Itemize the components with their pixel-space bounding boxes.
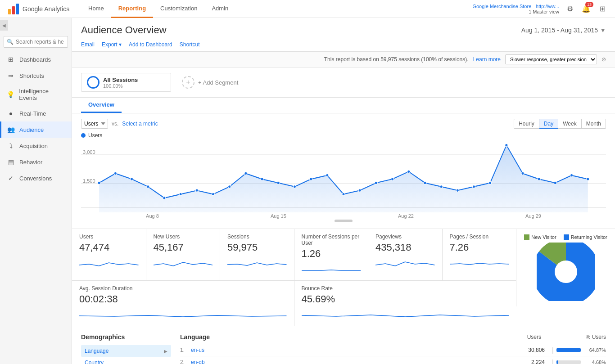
demo-language-link[interactable]: Language — [85, 348, 109, 354]
svg-point-20 — [277, 181, 280, 184]
chart-controls: Users vs. Select a metric Hourly Day Wee… — [81, 119, 606, 129]
notifications-icon[interactable]: 🔔 13 — [581, 4, 592, 14]
lang-row: 1. en-us 30,806 | 64.87% — [180, 344, 606, 356]
lang-row-name: en-us — [191, 347, 516, 353]
svg-point-24 — [342, 193, 345, 195]
sidebar: ◀ 🔍 ⊞ Dashboards ⇒ Shortcuts 💡 Intellige… — [0, 18, 72, 364]
svg-rect-0 — [8, 9, 11, 14]
lang-bar-separator: | — [552, 346, 554, 354]
new-visitor-color — [524, 234, 529, 240]
segment-info: All Sessions 100.00% — [103, 76, 138, 89]
language-title: Language — [180, 333, 210, 341]
dashboards-icon: ⊞ — [7, 55, 15, 63]
svg-point-22 — [310, 178, 312, 180]
metric-value: 45,167 — [154, 242, 213, 253]
apps-icon[interactable]: ⊞ — [597, 4, 608, 14]
svg-point-39 — [587, 178, 589, 180]
logo-text: Google Analytics — [23, 5, 69, 13]
chart-container: 3,000 1,500 — [81, 140, 606, 212]
learn-more-link[interactable]: Learn more — [473, 56, 501, 63]
svg-point-30 — [440, 185, 443, 188]
metric-sessions-per-user: Number of Sessions per User 1.26 — [294, 229, 369, 280]
sidebar-item-intelligence[interactable]: 💡 Intelligence Events — [0, 84, 72, 105]
svg-point-29 — [424, 181, 426, 184]
shortcut-button[interactable]: Shortcut — [180, 41, 200, 48]
date-range-picker[interactable]: Aug 1, 2015 - Aug 31, 2015 ▼ — [521, 27, 606, 34]
time-day-btn[interactable]: Day — [539, 119, 558, 129]
lang-pct-header: % Users — [552, 334, 606, 340]
metric-value: 435,318 — [375, 242, 435, 253]
sidebar-item-dashboards[interactable]: ⊞ Dashboards — [0, 51, 72, 67]
content-area: Audience Overview Aug 1, 2015 - Aug 31, … — [72, 18, 615, 364]
sidebar-item-audience[interactable]: 👥 Audience — [0, 121, 72, 138]
add-segment-btn[interactable]: + + Add Segment — [176, 73, 267, 91]
demo-item-language[interactable]: Language ▶ — [81, 345, 171, 357]
svg-point-16 — [212, 193, 214, 195]
language-rows: 1. en-us 30,806 | 64.87% 2. en-gb 2,224 … — [180, 344, 606, 364]
time-hourly-btn[interactable]: Hourly — [514, 119, 539, 129]
line-chart: 3,000 1,500 — [81, 140, 606, 212]
lang-bar-fill — [556, 360, 558, 364]
account-info[interactable]: Google Merchandise Store - http://ww... … — [472, 4, 559, 14]
nav-home[interactable]: Home — [81, 0, 111, 18]
all-sessions-segment[interactable]: All Sessions 100.00% — [81, 73, 171, 92]
svg-point-38 — [570, 174, 573, 177]
page-header: Audience Overview Aug 1, 2015 - Aug 31, … — [72, 18, 615, 40]
demo-country-link[interactable]: Country — [85, 360, 104, 364]
svg-point-36 — [538, 178, 540, 180]
tab-overview[interactable]: Overview — [81, 98, 122, 113]
demo-item-country[interactable]: Country — [81, 357, 171, 364]
metric-label: Number of Sessions per User — [302, 234, 361, 246]
settings-icon[interactable]: ⚙ — [565, 4, 575, 14]
metrics-row2: Avg. Session Duration 00:02:38 Bounce Ra… — [72, 281, 516, 326]
lang-link[interactable]: en-us — [191, 347, 204, 353]
sidebar-item-label: Dashboards — [19, 56, 51, 63]
intelligence-icon: 💡 — [7, 90, 14, 99]
chart-legend: Users — [81, 132, 606, 139]
svg-marker-8 — [99, 145, 588, 212]
add-segment-circle: + — [182, 76, 194, 89]
search-box: 🔍 — [4, 36, 68, 48]
export-button[interactable]: Export ▾ — [102, 41, 122, 48]
sidebar-item-acquisition[interactable]: ⤵ Acquisition — [0, 138, 72, 154]
metric-sparkline — [302, 262, 361, 276]
chevron-right-icon: ▶ — [164, 349, 167, 354]
time-week-btn[interactable]: Week — [558, 119, 581, 129]
metric-label: Users — [79, 234, 139, 240]
lang-link[interactable]: en-gb — [191, 359, 205, 364]
lang-bar-col: | 4.68% — [552, 359, 606, 364]
nav-customization[interactable]: Customization — [153, 0, 204, 18]
returning-visitor-legend: Returning Visitor — [564, 234, 607, 240]
metric-select[interactable]: Users — [81, 119, 108, 129]
x-label-aug8: Aug 8 — [146, 213, 159, 219]
sidebar-collapse-btn[interactable]: ◀ — [0, 20, 8, 31]
metric-value: 00:02:38 — [79, 293, 287, 305]
sidebar-item-behavior[interactable]: ▤ Behavior — [0, 154, 72, 170]
nav-admin[interactable]: Admin — [204, 0, 235, 18]
x-label-aug22: Aug 22 — [398, 213, 414, 219]
nav-reporting[interactable]: Reporting — [111, 0, 153, 18]
metric-value: 45.69% — [302, 293, 509, 305]
metric-sessions: Sessions 59,975 — [220, 229, 294, 280]
page-title: Audience Overview — [81, 24, 167, 36]
svg-point-32 — [472, 185, 475, 188]
lang-bar-col: | 64.87% — [552, 346, 606, 354]
sidebar-item-conversions[interactable]: ✓ Conversions — [0, 170, 72, 186]
email-button[interactable]: Email — [81, 41, 95, 48]
filter-icon[interactable]: ⊘ — [601, 56, 606, 63]
precision-select[interactable]: Slower response, greater precision — [505, 54, 597, 64]
lang-bar-separator: | — [552, 359, 554, 364]
main-layout: ◀ 🔍 ⊞ Dashboards ⇒ Shortcuts 💡 Intellige… — [0, 18, 615, 364]
segment-name: All Sessions — [103, 76, 138, 83]
sidebar-item-shortcuts[interactable]: ⇒ Shortcuts — [0, 67, 72, 84]
add-dashboard-button[interactable]: Add to Dashboard — [129, 41, 172, 48]
time-month-btn[interactable]: Month — [582, 119, 606, 129]
scrollbar-row — [81, 220, 606, 222]
chart-scrollbar[interactable] — [335, 220, 353, 222]
sidebar-item-label: Shortcuts — [19, 72, 44, 79]
lang-row-pct: 64.87% — [583, 347, 606, 353]
svg-text:1,500: 1,500 — [83, 178, 95, 184]
select-metric-link[interactable]: Select a metric — [122, 121, 158, 127]
sidebar-item-realtime[interactable]: ● Real-Time — [0, 105, 72, 121]
svg-rect-1 — [12, 6, 15, 14]
